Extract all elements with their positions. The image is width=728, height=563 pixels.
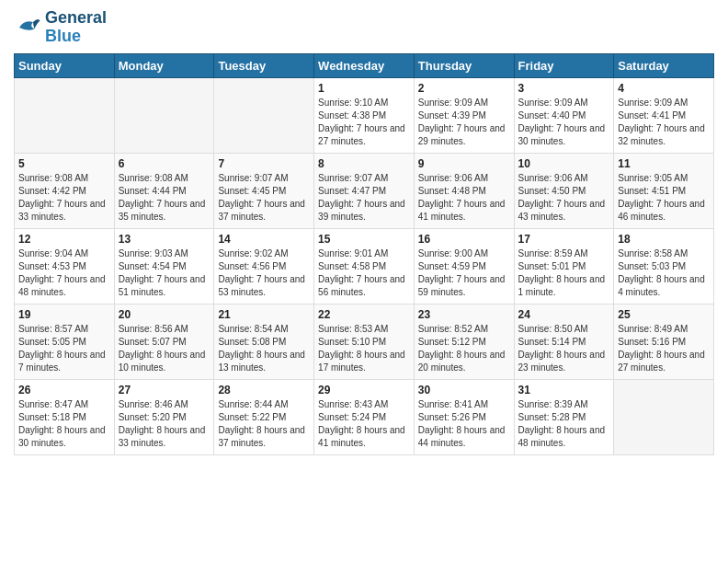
header-day-thursday: Thursday xyxy=(414,53,514,77)
calendar-week-2: 5 Sunrise: 9:08 AMSunset: 4:42 PMDayligh… xyxy=(15,153,714,228)
calendar-cell: 10 Sunrise: 9:06 AMSunset: 4:50 PMDaylig… xyxy=(514,153,614,228)
day-number: 23 xyxy=(418,308,510,321)
day-info: Sunrise: 8:59 AMSunset: 5:01 PMDaylight:… xyxy=(518,247,610,299)
day-info: Sunrise: 9:03 AMSunset: 4:54 PMDaylight:… xyxy=(119,247,210,299)
main-container: General Blue SundayMondayTuesdayWednesda… xyxy=(0,0,728,465)
calendar-cell: 3 Sunrise: 9:09 AMSunset: 4:40 PMDayligh… xyxy=(514,77,614,153)
calendar-cell: 9 Sunrise: 9:06 AMSunset: 4:48 PMDayligh… xyxy=(414,153,514,228)
day-info: Sunrise: 9:10 AMSunset: 4:38 PMDaylight:… xyxy=(318,97,410,148)
calendar-cell: 31 Sunrise: 8:39 AMSunset: 5:28 PMDaylig… xyxy=(514,379,614,454)
day-number: 6 xyxy=(119,157,210,170)
calendar-cell: 23 Sunrise: 8:52 AMSunset: 5:12 PMDaylig… xyxy=(414,304,514,379)
calendar-cell: 27 Sunrise: 8:46 AMSunset: 5:20 PMDaylig… xyxy=(114,379,214,454)
day-number: 7 xyxy=(218,157,310,170)
day-info: Sunrise: 8:50 AMSunset: 5:14 PMDaylight:… xyxy=(518,323,610,374)
day-info: Sunrise: 9:08 AMSunset: 4:42 PMDaylight:… xyxy=(18,172,110,224)
day-info: Sunrise: 9:00 AMSunset: 4:59 PMDaylight:… xyxy=(418,247,510,299)
day-number: 27 xyxy=(119,384,210,396)
day-number: 20 xyxy=(119,308,210,321)
logo: General Blue xyxy=(14,9,107,46)
calendar-cell: 16 Sunrise: 9:00 AMSunset: 4:59 PMDaylig… xyxy=(414,228,514,304)
calendar-cell: 1 Sunrise: 9:10 AMSunset: 4:38 PMDayligh… xyxy=(314,77,415,153)
calendar-cell: 2 Sunrise: 9:09 AMSunset: 4:39 PMDayligh… xyxy=(414,77,514,153)
calendar-cell: 8 Sunrise: 9:07 AMSunset: 4:47 PMDayligh… xyxy=(314,153,415,228)
day-info: Sunrise: 8:56 AMSunset: 5:07 PMDaylight:… xyxy=(119,323,210,374)
calendar-header-row: SundayMondayTuesdayWednesdayThursdayFrid… xyxy=(15,53,714,77)
day-number: 17 xyxy=(518,233,610,246)
calendar-cell: 12 Sunrise: 9:04 AMSunset: 4:53 PMDaylig… xyxy=(15,228,115,304)
day-number: 3 xyxy=(518,82,610,95)
logo-icon xyxy=(14,14,41,41)
calendar-cell: 13 Sunrise: 9:03 AMSunset: 4:54 PMDaylig… xyxy=(114,228,214,304)
day-number: 29 xyxy=(318,384,410,396)
day-number: 13 xyxy=(119,233,210,246)
calendar-cell: 22 Sunrise: 8:53 AMSunset: 5:10 PMDaylig… xyxy=(314,304,415,379)
day-number: 15 xyxy=(318,233,410,246)
day-info: Sunrise: 8:39 AMSunset: 5:28 PMDaylight:… xyxy=(518,398,610,450)
day-info: Sunrise: 8:57 AMSunset: 5:05 PMDaylight:… xyxy=(18,323,110,374)
day-number: 8 xyxy=(318,157,410,170)
calendar-cell: 24 Sunrise: 8:50 AMSunset: 5:14 PMDaylig… xyxy=(514,304,614,379)
day-number: 24 xyxy=(518,308,610,321)
calendar-cell: 25 Sunrise: 8:49 AMSunset: 5:16 PMDaylig… xyxy=(614,304,714,379)
day-number: 28 xyxy=(218,384,310,396)
calendar-cell: 17 Sunrise: 8:59 AMSunset: 5:01 PMDaylig… xyxy=(514,228,614,304)
day-number: 22 xyxy=(318,308,410,321)
day-info: Sunrise: 8:41 AMSunset: 5:26 PMDaylight:… xyxy=(418,398,510,450)
day-number: 11 xyxy=(618,157,710,170)
header-day-sunday: Sunday xyxy=(15,53,115,77)
calendar-cell: 26 Sunrise: 8:47 AMSunset: 5:18 PMDaylig… xyxy=(15,379,115,454)
calendar-cell: 5 Sunrise: 9:08 AMSunset: 4:42 PMDayligh… xyxy=(15,153,115,228)
day-number: 31 xyxy=(518,384,610,396)
day-number: 10 xyxy=(518,157,610,170)
header-day-monday: Monday xyxy=(114,53,214,77)
day-info: Sunrise: 9:09 AMSunset: 4:40 PMDaylight:… xyxy=(518,97,610,148)
header-day-wednesday: Wednesday xyxy=(314,53,415,77)
calendar-cell: 29 Sunrise: 8:43 AMSunset: 5:24 PMDaylig… xyxy=(314,379,415,454)
calendar-table: SundayMondayTuesdayWednesdayThursdayFrid… xyxy=(14,53,714,455)
day-number: 9 xyxy=(418,157,510,170)
day-number: 19 xyxy=(18,308,110,321)
day-number: 1 xyxy=(318,82,410,95)
calendar-cell: 14 Sunrise: 9:02 AMSunset: 4:56 PMDaylig… xyxy=(214,228,314,304)
day-info: Sunrise: 9:07 AMSunset: 4:47 PMDaylight:… xyxy=(318,172,410,224)
day-number: 12 xyxy=(18,233,110,246)
day-info: Sunrise: 8:43 AMSunset: 5:24 PMDaylight:… xyxy=(318,398,410,450)
calendar-cell: 30 Sunrise: 8:41 AMSunset: 5:26 PMDaylig… xyxy=(414,379,514,454)
day-info: Sunrise: 9:02 AMSunset: 4:56 PMDaylight:… xyxy=(218,247,310,299)
day-info: Sunrise: 9:04 AMSunset: 4:53 PMDaylight:… xyxy=(18,247,110,299)
header-day-friday: Friday xyxy=(514,53,614,77)
day-info: Sunrise: 8:44 AMSunset: 5:22 PMDaylight:… xyxy=(218,398,310,450)
day-number: 21 xyxy=(218,308,310,321)
header-day-saturday: Saturday xyxy=(614,53,714,77)
day-info: Sunrise: 8:52 AMSunset: 5:12 PMDaylight:… xyxy=(418,323,510,374)
day-number: 16 xyxy=(418,233,510,246)
day-number: 14 xyxy=(218,233,310,246)
calendar-cell: 19 Sunrise: 8:57 AMSunset: 5:05 PMDaylig… xyxy=(15,304,115,379)
day-info: Sunrise: 9:06 AMSunset: 4:50 PMDaylight:… xyxy=(518,172,610,224)
day-info: Sunrise: 9:06 AMSunset: 4:48 PMDaylight:… xyxy=(418,172,510,224)
calendar-week-3: 12 Sunrise: 9:04 AMSunset: 4:53 PMDaylig… xyxy=(15,228,714,304)
calendar-cell xyxy=(614,379,714,454)
logo-text: General Blue xyxy=(45,9,107,46)
calendar-cell: 20 Sunrise: 8:56 AMSunset: 5:07 PMDaylig… xyxy=(114,304,214,379)
day-number: 26 xyxy=(18,384,110,396)
calendar-cell: 21 Sunrise: 8:54 AMSunset: 5:08 PMDaylig… xyxy=(214,304,314,379)
day-number: 18 xyxy=(618,233,710,246)
calendar-cell: 11 Sunrise: 9:05 AMSunset: 4:51 PMDaylig… xyxy=(614,153,714,228)
day-info: Sunrise: 8:47 AMSunset: 5:18 PMDaylight:… xyxy=(18,398,110,450)
calendar-week-5: 26 Sunrise: 8:47 AMSunset: 5:18 PMDaylig… xyxy=(15,379,714,454)
calendar-week-4: 19 Sunrise: 8:57 AMSunset: 5:05 PMDaylig… xyxy=(15,304,714,379)
calendar-cell xyxy=(214,77,314,153)
calendar-week-1: 1 Sunrise: 9:10 AMSunset: 4:38 PMDayligh… xyxy=(15,77,714,153)
day-info: Sunrise: 8:53 AMSunset: 5:10 PMDaylight:… xyxy=(318,323,410,374)
calendar-cell xyxy=(15,77,115,153)
calendar-cell: 15 Sunrise: 9:01 AMSunset: 4:58 PMDaylig… xyxy=(314,228,415,304)
day-info: Sunrise: 9:09 AMSunset: 4:39 PMDaylight:… xyxy=(418,97,510,148)
day-info: Sunrise: 9:09 AMSunset: 4:41 PMDaylight:… xyxy=(618,97,710,148)
day-info: Sunrise: 8:58 AMSunset: 5:03 PMDaylight:… xyxy=(618,247,710,299)
day-number: 4 xyxy=(618,82,710,95)
day-info: Sunrise: 9:01 AMSunset: 4:58 PMDaylight:… xyxy=(318,247,410,299)
calendar-cell: 4 Sunrise: 9:09 AMSunset: 4:41 PMDayligh… xyxy=(614,77,714,153)
header-day-tuesday: Tuesday xyxy=(214,53,314,77)
